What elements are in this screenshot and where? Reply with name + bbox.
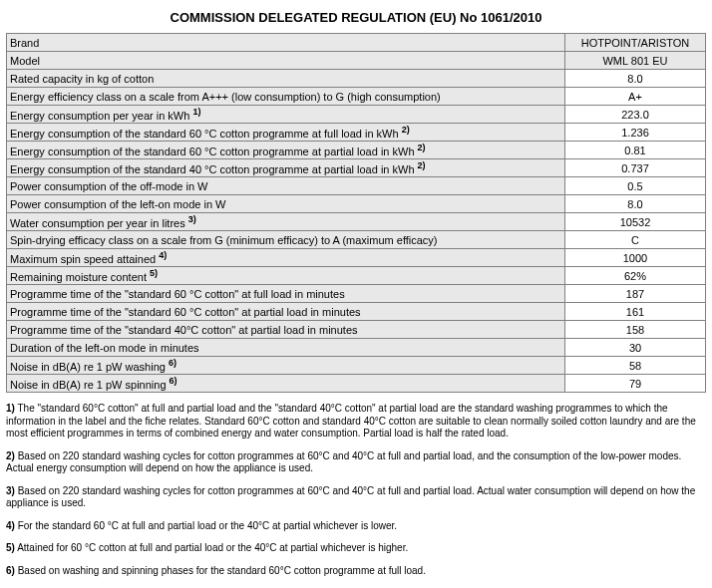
table-row: Power consumption of the left-on mode in… xyxy=(7,195,706,213)
table-row: BrandHOTPOINT/ARISTON xyxy=(7,34,706,52)
footnote-ref: 1) xyxy=(192,107,200,117)
row-label: Energy consumption of the standard 60 °C… xyxy=(7,142,565,159)
table-row: Spin-drying efficacy class on a scale fr… xyxy=(7,231,706,249)
footnote: 1) The "standard 60°C cotton" at full an… xyxy=(6,403,706,441)
table-row: Noise in dB(A) re 1 pW washing 6)58 xyxy=(7,357,706,375)
row-value: 8.0 xyxy=(565,70,706,88)
table-row: Rated capacity in kg of cotton8.0 xyxy=(7,70,706,88)
row-value: 10532 xyxy=(565,213,706,231)
footnote-ref: 6) xyxy=(170,376,178,386)
row-value: 0.81 xyxy=(565,142,706,159)
row-label: Programme time of the "standard 40°C cot… xyxy=(7,321,565,339)
table-row: Noise in dB(A) re 1 pW spinning 6)79 xyxy=(7,375,706,393)
row-value: HOTPOINT/ARISTON xyxy=(565,34,706,52)
row-value: 0.5 xyxy=(565,177,706,195)
table-row: Programme time of the "standard 60 °C co… xyxy=(7,303,706,321)
row-label: Energy consumption of the standard 60 °C… xyxy=(7,124,565,142)
row-label: Noise in dB(A) re 1 pW spinning 6) xyxy=(7,375,565,393)
footnote-ref: 5) xyxy=(150,268,158,278)
footnote-ref: 6) xyxy=(169,358,177,368)
row-label: Remaining moisture content 5) xyxy=(7,267,565,285)
table-row: Energy consumption of the standard 60 °C… xyxy=(7,124,706,142)
table-row: Energy consumption of the standard 60 °C… xyxy=(7,142,706,159)
table-row: Remaining moisture content 5)62% xyxy=(7,267,706,285)
table-row: Maximum spin speed attained 4)1000 xyxy=(7,249,706,267)
row-value: 30 xyxy=(565,339,706,357)
row-label: Model xyxy=(7,52,565,70)
row-value: WML 801 EU xyxy=(565,52,706,70)
row-value: 158 xyxy=(565,321,706,339)
row-label: Noise in dB(A) re 1 pW washing 6) xyxy=(7,357,565,375)
footnote: 4) For the standard 60 °C at full and pa… xyxy=(6,520,706,533)
spec-table: BrandHOTPOINT/ARISTONModelWML 801 EURate… xyxy=(6,33,706,393)
table-row: Energy efficiency class on a scale from … xyxy=(7,88,706,106)
row-value: A+ xyxy=(565,88,706,106)
row-label: Energy consumption of the standard 40 °C… xyxy=(7,159,565,177)
row-label: Maximum spin speed attained 4) xyxy=(7,249,565,267)
row-value: 79 xyxy=(565,375,706,393)
row-label: Energy efficiency class on a scale from … xyxy=(7,88,565,106)
row-value: C xyxy=(565,231,706,249)
footnote: 2) Based on 220 standard washing cycles … xyxy=(6,450,706,475)
table-row: Programme time of the "standard 60 °C co… xyxy=(7,285,706,303)
row-label: Programme time of the "standard 60 °C co… xyxy=(7,285,565,303)
row-value: 223.0 xyxy=(565,106,706,124)
row-value: 62% xyxy=(565,267,706,285)
row-label: Programme time of the "standard 60 °C co… xyxy=(7,303,565,321)
footnote: 3) Based on 220 standard washing cycles … xyxy=(6,485,706,510)
table-row: Energy consumption per year in kWh 1)223… xyxy=(7,106,706,124)
row-value: 0.737 xyxy=(565,159,706,177)
footnote-ref: 2) xyxy=(402,125,410,135)
footnote-ref: 2) xyxy=(418,160,426,170)
row-value: 187 xyxy=(565,285,706,303)
table-row: Duration of the left-on mode in minutes3… xyxy=(7,339,706,357)
row-label: Power consumption of the left-on mode in… xyxy=(7,195,565,213)
row-value: 58 xyxy=(565,357,706,375)
row-label: Spin-drying efficacy class on a scale fr… xyxy=(7,231,565,249)
table-row: Power consumption of the off-mode in W0.… xyxy=(7,177,706,195)
row-label: Rated capacity in kg of cotton xyxy=(7,70,565,88)
footnote: 5) Attained for 60 °C cotton at full and… xyxy=(6,542,706,555)
row-value: 1.236 xyxy=(565,124,706,142)
row-label: Water consumption per year in litres 3) xyxy=(7,213,565,231)
row-value: 8.0 xyxy=(565,195,706,213)
row-value: 161 xyxy=(565,303,706,321)
footnote: 6) Based on washing and spinning phases … xyxy=(6,565,706,578)
footnote-ref: 4) xyxy=(159,250,167,260)
table-row: Water consumption per year in litres 3)1… xyxy=(7,213,706,231)
row-label: Energy consumption per year in kWh 1) xyxy=(7,106,565,124)
row-label: Brand xyxy=(7,34,565,52)
document-title: COMMISSION DELEGATED REGULATION (EU) No … xyxy=(6,6,706,33)
table-row: Energy consumption of the standard 40 °C… xyxy=(7,159,706,177)
table-row: Programme time of the "standard 40°C cot… xyxy=(7,321,706,339)
table-row: ModelWML 801 EU xyxy=(7,52,706,70)
footnote-ref: 3) xyxy=(188,214,196,224)
row-value: 1000 xyxy=(565,249,706,267)
row-label: Duration of the left-on mode in minutes xyxy=(7,339,565,357)
row-label: Power consumption of the off-mode in W xyxy=(7,177,565,195)
footnote-ref: 2) xyxy=(418,143,426,152)
footnotes-section: 1) The "standard 60°C cotton" at full an… xyxy=(6,403,706,577)
